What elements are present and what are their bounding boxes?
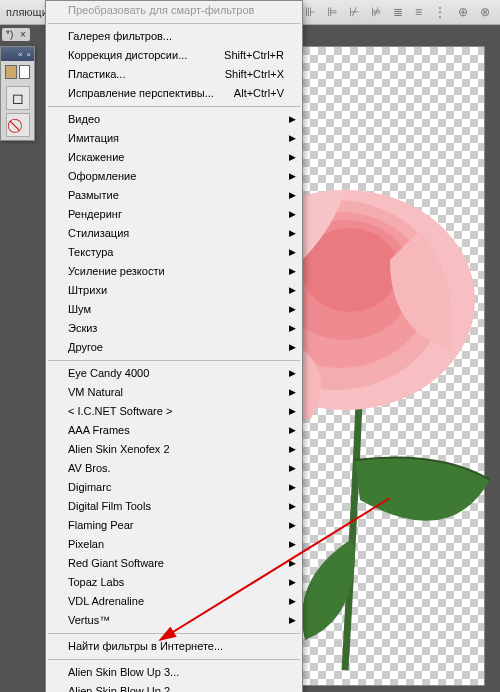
menu-pixelate[interactable]: Оформление▶: [46, 167, 302, 186]
chevron-right-icon: ▶: [289, 321, 296, 336]
chevron-right-icon: ▶: [289, 340, 296, 355]
menu-separator: [48, 633, 300, 634]
menu-separator: [48, 106, 300, 107]
chevron-right-icon: ▶: [289, 613, 296, 628]
chevron-right-icon: ▶: [289, 112, 296, 127]
menu-digimarc[interactable]: Digimarc▶: [46, 478, 302, 497]
chevron-right-icon: ▶: [289, 518, 296, 533]
menu-other[interactable]: Другое▶: [46, 338, 302, 357]
chevron-right-icon: ▶: [289, 188, 296, 203]
chevron-right-icon: ▶: [289, 131, 296, 146]
chevron-right-icon: ▶: [289, 499, 296, 514]
distribute-icon[interactable]: ≣: [393, 0, 403, 25]
align-icon[interactable]: ⊬: [349, 0, 359, 25]
chevron-right-icon: ▶: [289, 594, 296, 609]
menu-vdl-adrenaline[interactable]: VDL Adrenaline▶: [46, 592, 302, 611]
tool-palette: « × ◻ ⃠: [0, 46, 35, 141]
menu-separator: [48, 659, 300, 660]
menu-noise[interactable]: Шум▶: [46, 300, 302, 319]
menu-blow-up-2[interactable]: Alien Skin Blow Up 2...: [46, 682, 302, 692]
menu-smart-filters: Преобразовать для смарт-фильтров: [46, 1, 302, 20]
filter-menu: Преобразовать для смарт-фильтров Галерея…: [45, 0, 303, 692]
menu-digital-film-tools[interactable]: Digital Film Tools▶: [46, 497, 302, 516]
menu-texture[interactable]: Текстура▶: [46, 243, 302, 262]
chevron-right-icon: ▶: [289, 404, 296, 419]
menu-vm-natural[interactable]: VM Natural▶: [46, 383, 302, 402]
foreground-swatch[interactable]: [5, 65, 17, 79]
menu-av-bros[interactable]: AV Bros.▶: [46, 459, 302, 478]
close-icon[interactable]: ×: [20, 29, 26, 40]
menu-red-giant[interactable]: Red Giant Software▶: [46, 554, 302, 573]
distribute-icon[interactable]: ⋮: [434, 0, 446, 25]
menu-blow-up-3[interactable]: Alien Skin Blow Up 3...: [46, 663, 302, 682]
chevron-right-icon: ▶: [289, 207, 296, 222]
chevron-right-icon: ▶: [289, 575, 296, 590]
menu-blur[interactable]: Размытие▶: [46, 186, 302, 205]
chevron-right-icon: ▶: [289, 366, 296, 381]
menu-lens-correction[interactable]: Коррекция дисторсии... Shift+Ctrl+R: [46, 46, 302, 65]
menu-separator: [48, 360, 300, 361]
menu-icnet[interactable]: < I.C.NET Software >▶: [46, 402, 302, 421]
menu-liquify[interactable]: Пластика... Shift+Ctrl+X: [46, 65, 302, 84]
menu-xenofex[interactable]: Alien Skin Xenofex 2▶: [46, 440, 302, 459]
menu-artistic[interactable]: Имитация▶: [46, 129, 302, 148]
align-icon[interactable]: ⊭: [371, 0, 381, 25]
align-icon[interactable]: ⊪: [305, 0, 315, 25]
menu-sketch[interactable]: Эскиз▶: [46, 319, 302, 338]
collapse-icon[interactable]: «: [18, 50, 22, 59]
close-icon[interactable]: ×: [26, 50, 31, 59]
menu-browse-filters-online[interactable]: Найти фильтры в Интернете...: [46, 637, 302, 656]
menu-brush-strokes[interactable]: Штрихи▶: [46, 281, 302, 300]
chevron-right-icon: ▶: [289, 169, 296, 184]
menu-separator: [48, 23, 300, 24]
chevron-right-icon: ▶: [289, 226, 296, 241]
distribute-icon[interactable]: ⊕: [458, 0, 468, 25]
chevron-right-icon: ▶: [289, 245, 296, 260]
menu-vertus[interactable]: Vertus™▶: [46, 611, 302, 630]
menu-flaming-pear[interactable]: Flaming Pear▶: [46, 516, 302, 535]
align-icon[interactable]: ⊫: [327, 0, 337, 25]
chevron-right-icon: ▶: [289, 537, 296, 552]
menu-vanishing-point[interactable]: Исправление перспективы... Alt+Ctrl+V: [46, 84, 302, 103]
no-tool[interactable]: ⃠: [6, 113, 30, 137]
menu-distort[interactable]: Искажение▶: [46, 148, 302, 167]
chevron-right-icon: ▶: [289, 442, 296, 457]
chevron-right-icon: ▶: [289, 283, 296, 298]
distribute-icon[interactable]: ≡: [415, 0, 422, 25]
background-swatch[interactable]: [19, 65, 31, 79]
marquee-tool[interactable]: ◻: [6, 86, 30, 110]
chevron-right-icon: ▶: [289, 556, 296, 571]
chevron-right-icon: ▶: [289, 461, 296, 476]
chevron-right-icon: ▶: [289, 423, 296, 438]
menu-eye-candy[interactable]: Eye Candy 4000▶: [46, 364, 302, 383]
menu-filter-gallery[interactable]: Галерея фильтров...: [46, 27, 302, 46]
chevron-right-icon: ▶: [289, 150, 296, 165]
panel-titlebar[interactable]: « ×: [1, 47, 34, 61]
menu-pixelan[interactable]: Pixelan▶: [46, 535, 302, 554]
document-tab[interactable]: *) ×: [2, 28, 30, 41]
chevron-right-icon: ▶: [289, 385, 296, 400]
menu-stylize[interactable]: Стилизация▶: [46, 224, 302, 243]
distribute-icon[interactable]: ⊗: [480, 0, 490, 25]
menu-sharpen[interactable]: Усиление резкости▶: [46, 262, 302, 281]
menu-render[interactable]: Рендеринг▶: [46, 205, 302, 224]
chevron-right-icon: ▶: [289, 302, 296, 317]
chevron-right-icon: ▶: [289, 480, 296, 495]
menu-aaa-frames[interactable]: AAA Frames▶: [46, 421, 302, 440]
toolbar-icon-row: ⊩ ⊪ ⊫ ⊬ ⊭ ≣ ≡ ⋮ ⊕ ⊗: [283, 0, 500, 25]
menu-topaz-labs[interactable]: Topaz Labs▶: [46, 573, 302, 592]
chevron-right-icon: ▶: [289, 264, 296, 279]
menu-video[interactable]: Видео▶: [46, 110, 302, 129]
